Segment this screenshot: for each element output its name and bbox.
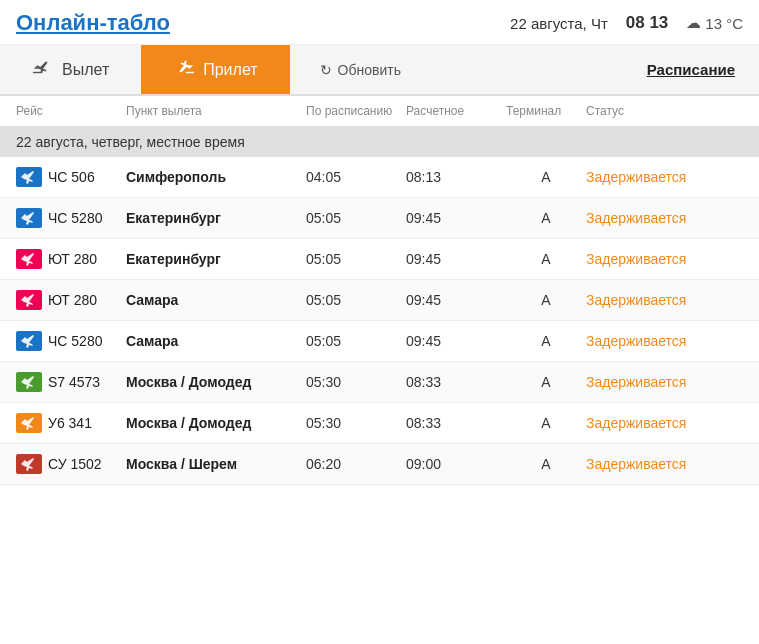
flight-code-8: СУ 1502 xyxy=(48,456,102,472)
airline-logo-4 xyxy=(16,290,42,310)
cell-status-4: Задерживается xyxy=(586,292,743,308)
table-row[interactable]: ЮТ 280 Самара 05:05 09:45 А Задерживаетс… xyxy=(0,280,759,321)
cell-estimated-8: 09:00 xyxy=(406,456,506,472)
cell-scheduled-3: 05:05 xyxy=(306,251,406,267)
flights-list: ЧС 506 Симферополь 04:05 08:13 А Задержи… xyxy=(0,157,759,485)
table-row[interactable]: ЮТ 280 Екатеринбург 05:05 09:45 А Задерж… xyxy=(0,239,759,280)
schedule-link[interactable]: Расписание xyxy=(647,61,735,78)
cell-origin-3: Екатеринбург xyxy=(126,251,306,267)
cell-origin-4: Самара xyxy=(126,292,306,308)
cell-status-5: Задерживается xyxy=(586,333,743,349)
cell-terminal-7: А xyxy=(506,415,586,431)
cell-status-3: Задерживается xyxy=(586,251,743,267)
header-time: 08 13 xyxy=(626,13,669,33)
col-header-terminal: Терминал xyxy=(506,104,586,118)
flight-code-4: ЮТ 280 xyxy=(48,292,97,308)
cell-status-7: Задерживается xyxy=(586,415,743,431)
flight-code-1: ЧС 506 xyxy=(48,169,95,185)
cell-flight-7: У6 341 xyxy=(16,413,126,433)
refresh-button[interactable]: ↻ Обновить xyxy=(320,62,401,78)
temperature: 13 °С xyxy=(705,15,743,32)
cell-terminal-1: А xyxy=(506,169,586,185)
airline-logo-8 xyxy=(16,454,42,474)
cell-flight-1: ЧС 506 xyxy=(16,167,126,187)
cell-terminal-5: А xyxy=(506,333,586,349)
flight-code-5: ЧС 5280 xyxy=(48,333,102,349)
col-header-status: Статус xyxy=(586,104,743,118)
cell-estimated-6: 08:33 xyxy=(406,374,506,390)
header-info: 22 августа, Чт 08 13 ☁ 13 °С xyxy=(510,13,743,33)
col-header-estimated: Расчетное xyxy=(406,104,506,118)
weather-icon: ☁ xyxy=(686,14,701,32)
cell-estimated-5: 09:45 xyxy=(406,333,506,349)
airline-logo-5 xyxy=(16,331,42,351)
col-header-origin: Пункт вылета xyxy=(126,104,306,118)
cell-estimated-4: 09:45 xyxy=(406,292,506,308)
cell-scheduled-8: 06:20 xyxy=(306,456,406,472)
cell-scheduled-2: 05:05 xyxy=(306,210,406,226)
cell-terminal-4: А xyxy=(506,292,586,308)
cell-estimated-7: 08:33 xyxy=(406,415,506,431)
cell-status-2: Задерживается xyxy=(586,210,743,226)
departure-icon xyxy=(32,59,54,80)
cell-scheduled-7: 05:30 xyxy=(306,415,406,431)
cell-status-6: Задерживается xyxy=(586,374,743,390)
flight-code-7: У6 341 xyxy=(48,415,92,431)
col-header-scheduled: По расписанию xyxy=(306,104,406,118)
cell-origin-5: Самара xyxy=(126,333,306,349)
arrival-icon xyxy=(173,59,195,80)
cell-scheduled-6: 05:30 xyxy=(306,374,406,390)
cell-scheduled-4: 05:05 xyxy=(306,292,406,308)
flight-code-6: S7 4573 xyxy=(48,374,100,390)
header: Онлайн-табло 22 августа, Чт 08 13 ☁ 13 °… xyxy=(0,0,759,45)
table-row[interactable]: ЧС 5280 Самара 05:05 09:45 А Задерживает… xyxy=(0,321,759,362)
cell-scheduled-1: 04:05 xyxy=(306,169,406,185)
site-title[interactable]: Онлайн-табло xyxy=(16,10,170,36)
cell-origin-1: Симферополь xyxy=(126,169,306,185)
flight-code-2: ЧС 5280 xyxy=(48,210,102,226)
table-row[interactable]: ЧС 5280 Екатеринбург 05:05 09:45 А Задер… xyxy=(0,198,759,239)
refresh-icon: ↻ xyxy=(320,62,332,78)
column-headers: Рейс Пункт вылета По расписанию Расчетно… xyxy=(0,96,759,127)
cell-estimated-2: 09:45 xyxy=(406,210,506,226)
cell-flight-4: ЮТ 280 xyxy=(16,290,126,310)
flight-code-3: ЮТ 280 xyxy=(48,251,97,267)
airline-logo-6 xyxy=(16,372,42,392)
cell-terminal-8: А xyxy=(506,456,586,472)
cell-flight-2: ЧС 5280 xyxy=(16,208,126,228)
airline-logo-3 xyxy=(16,249,42,269)
cell-status-8: Задерживается xyxy=(586,456,743,472)
tab-departure[interactable]: Вылет xyxy=(0,45,141,94)
airline-logo-7 xyxy=(16,413,42,433)
airline-logo-1 xyxy=(16,167,42,187)
header-date: 22 августа, Чт xyxy=(510,15,608,32)
tab-departure-label: Вылет xyxy=(62,61,109,79)
cell-origin-6: Москва / Домодед xyxy=(126,374,306,390)
airline-logo-2 xyxy=(16,208,42,228)
cell-terminal-3: А xyxy=(506,251,586,267)
cell-scheduled-5: 05:05 xyxy=(306,333,406,349)
cell-status-1: Задерживается xyxy=(586,169,743,185)
table-row[interactable]: S7 4573 Москва / Домодед 05:30 08:33 А З… xyxy=(0,362,759,403)
cell-estimated-3: 09:45 xyxy=(406,251,506,267)
tab-arrival[interactable]: Прилет xyxy=(141,45,289,94)
cell-terminal-2: А xyxy=(506,210,586,226)
table-row[interactable]: СУ 1502 Москва / Шерем 06:20 09:00 А Зад… xyxy=(0,444,759,485)
cell-origin-7: Москва / Домодед xyxy=(126,415,306,431)
header-weather: ☁ 13 °С xyxy=(686,14,743,32)
table-row[interactable]: У6 341 Москва / Домодед 05:30 08:33 А За… xyxy=(0,403,759,444)
cell-flight-5: ЧС 5280 xyxy=(16,331,126,351)
refresh-label: Обновить xyxy=(338,62,401,78)
col-header-flight: Рейс xyxy=(16,104,126,118)
tab-bar: Вылет Прилет ↻ Обновить Расписание xyxy=(0,45,759,96)
cell-terminal-6: А xyxy=(506,374,586,390)
cell-flight-3: ЮТ 280 xyxy=(16,249,126,269)
cell-flight-6: S7 4573 xyxy=(16,372,126,392)
cell-estimated-1: 08:13 xyxy=(406,169,506,185)
cell-origin-2: Екатеринбург xyxy=(126,210,306,226)
date-section-header: 22 августа, четверг, местное время xyxy=(0,127,759,157)
tab-arrival-label: Прилет xyxy=(203,61,257,79)
cell-origin-8: Москва / Шерем xyxy=(126,456,306,472)
cell-flight-8: СУ 1502 xyxy=(16,454,126,474)
table-row[interactable]: ЧС 506 Симферополь 04:05 08:13 А Задержи… xyxy=(0,157,759,198)
